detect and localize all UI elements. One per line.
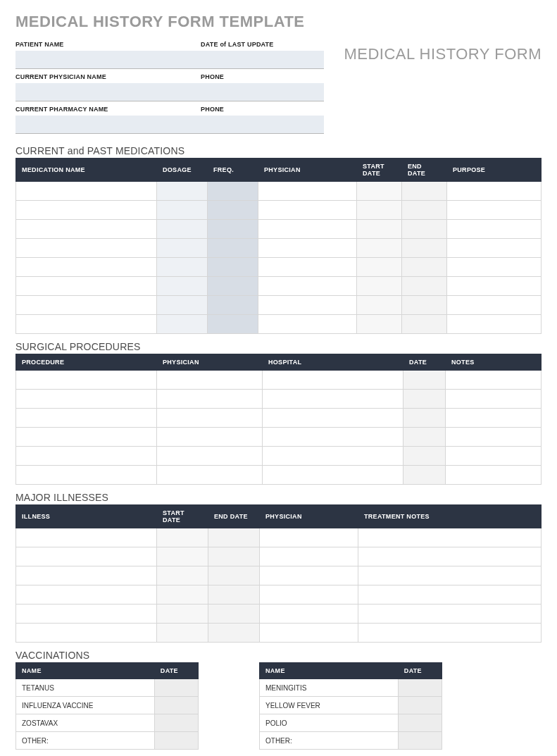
table-cell[interactable] [357,239,402,258]
table-cell[interactable] [16,566,157,585]
table-cell[interactable] [157,605,208,624]
pharmacy-phone-input[interactable] [201,116,324,134]
table-cell[interactable] [157,624,208,643]
table-cell[interactable] [208,566,260,585]
table-cell[interactable] [446,428,542,447]
table-cell[interactable] [157,585,208,605]
table-cell[interactable] [403,371,446,390]
table-cell[interactable] [357,201,402,220]
table-cell[interactable] [358,528,542,547]
table-cell[interactable] [157,296,208,315]
table-cell[interactable] [357,277,402,296]
vaccine-date-cell[interactable] [154,697,198,714]
table-cell[interactable] [260,624,358,643]
table-cell[interactable] [16,428,157,447]
table-cell[interactable] [402,182,447,201]
table-cell[interactable] [446,447,542,466]
table-cell[interactable] [16,239,157,258]
table-cell[interactable] [402,239,447,258]
table-cell[interactable] [208,315,258,334]
table-cell[interactable] [157,258,208,277]
table-cell[interactable] [358,624,542,643]
table-cell[interactable] [258,277,357,296]
table-cell[interactable] [447,315,542,334]
pharmacy-name-input[interactable] [15,116,201,134]
table-cell[interactable] [402,220,447,239]
table-cell[interactable] [263,371,403,390]
table-cell[interactable] [446,371,542,390]
table-cell[interactable] [403,447,446,466]
table-cell[interactable] [447,220,542,239]
table-cell[interactable] [16,409,157,428]
table-cell[interactable] [258,258,357,277]
table-cell[interactable] [16,390,157,409]
last-update-input[interactable] [201,51,324,69]
table-cell[interactable] [208,624,260,643]
table-cell[interactable] [447,182,542,201]
table-cell[interactable] [157,201,208,220]
table-cell[interactable] [258,182,357,201]
table-cell[interactable] [263,466,403,485]
table-cell[interactable] [208,220,258,239]
table-cell[interactable] [16,258,157,277]
vaccine-date-cell[interactable] [398,732,442,750]
table-cell[interactable] [258,201,357,220]
table-cell[interactable] [447,201,542,220]
table-cell[interactable] [403,409,446,428]
table-cell[interactable] [258,315,357,334]
table-cell[interactable] [16,220,157,239]
table-cell[interactable] [260,605,358,624]
table-cell[interactable] [263,447,403,466]
table-cell[interactable] [16,201,157,220]
table-cell[interactable] [447,296,542,315]
vaccine-date-cell[interactable] [398,714,442,732]
table-cell[interactable] [357,315,402,334]
table-cell[interactable] [403,466,446,485]
table-cell[interactable] [16,624,157,643]
table-cell[interactable] [446,390,542,409]
table-cell[interactable] [208,528,260,547]
table-cell[interactable] [157,277,208,296]
table-cell[interactable] [16,296,157,315]
table-cell[interactable] [208,182,258,201]
table-cell[interactable] [263,390,403,409]
table-cell[interactable] [16,466,157,485]
table-cell[interactable] [260,547,358,566]
table-cell[interactable] [16,315,157,334]
table-cell[interactable] [208,277,258,296]
table-cell[interactable] [258,239,357,258]
table-cell[interactable] [157,409,263,428]
table-cell[interactable] [446,466,542,485]
table-cell[interactable] [157,466,263,485]
table-cell[interactable] [260,585,358,605]
table-cell[interactable] [402,201,447,220]
vaccine-date-cell[interactable] [154,679,198,697]
table-cell[interactable] [157,390,263,409]
table-cell[interactable] [157,371,263,390]
table-cell[interactable] [16,528,157,547]
table-cell[interactable] [263,428,403,447]
table-cell[interactable] [263,409,403,428]
table-cell[interactable] [208,547,260,566]
table-cell[interactable] [208,239,258,258]
table-cell[interactable] [16,182,157,201]
table-cell[interactable] [208,201,258,220]
table-cell[interactable] [16,585,157,605]
table-cell[interactable] [258,220,357,239]
table-cell[interactable] [157,220,208,239]
table-cell[interactable] [16,447,157,466]
table-cell[interactable] [402,258,447,277]
table-cell[interactable] [157,239,208,258]
table-cell[interactable] [16,605,157,624]
physician-phone-input[interactable] [201,83,324,101]
vaccine-date-cell[interactable] [154,714,198,732]
table-cell[interactable] [16,277,157,296]
table-cell[interactable] [403,390,446,409]
table-cell[interactable] [260,566,358,585]
table-cell[interactable] [447,258,542,277]
table-cell[interactable] [357,296,402,315]
vaccine-date-cell[interactable] [398,697,442,714]
table-cell[interactable] [402,315,447,334]
table-cell[interactable] [403,428,446,447]
table-cell[interactable] [208,296,258,315]
